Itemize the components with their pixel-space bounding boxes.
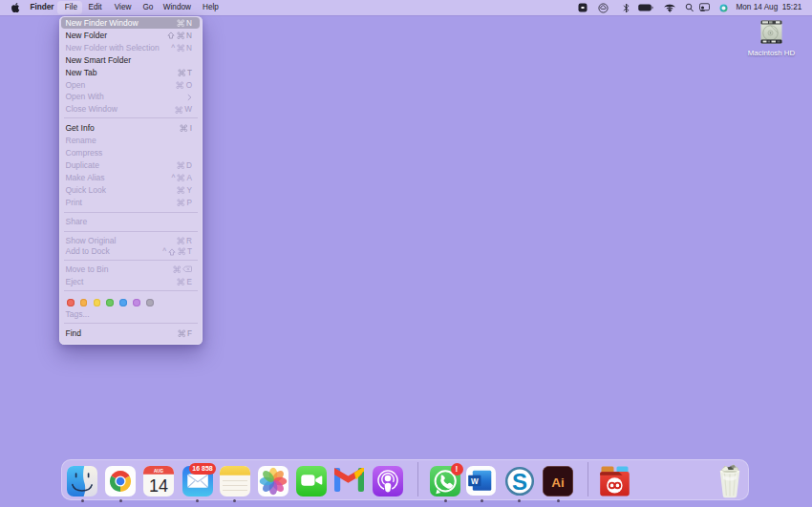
svg-text:S: S xyxy=(511,469,526,495)
svg-text:W: W xyxy=(471,476,479,485)
svg-text:Ai: Ai xyxy=(551,475,565,489)
svg-text:14: 14 xyxy=(148,475,167,495)
svg-text:AUG: AUG xyxy=(153,468,163,473)
